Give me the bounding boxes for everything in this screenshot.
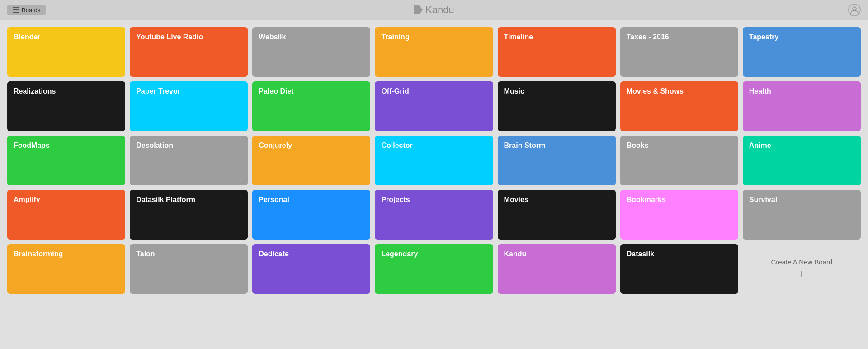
board-card-label: Datasilk: [627, 250, 654, 259]
board-card-label: Personal: [259, 195, 289, 205]
create-board-plus-icon: +: [798, 268, 805, 280]
board-card-label: Movies & Shows: [627, 87, 684, 96]
board-card[interactable]: Books: [620, 136, 738, 185]
board-card[interactable]: Health: [743, 81, 861, 131]
board-card-label: Conjurely: [259, 141, 292, 151]
board-card[interactable]: Youtube Live Radio: [130, 27, 248, 77]
board-card[interactable]: Movies & Shows: [620, 81, 738, 131]
board-card[interactable]: Movies: [498, 190, 616, 240]
create-board-label: Create A New Board: [771, 258, 832, 266]
board-card[interactable]: Survival: [743, 190, 861, 240]
board-card-label: Bookmarks: [627, 195, 666, 205]
board-card[interactable]: Websilk: [252, 27, 370, 77]
board-card[interactable]: Amplify: [7, 190, 125, 240]
board-card[interactable]: Dedicate: [252, 244, 370, 294]
board-card[interactable]: Kandu: [498, 244, 616, 294]
header-left: Boards: [7, 5, 46, 15]
board-card-label: Tapestry: [749, 33, 779, 42]
board-card-label: Off-Grid: [381, 87, 409, 96]
app-header: Boards Kandu: [0, 0, 868, 20]
board-card-label: Kandu: [504, 250, 527, 259]
board-card-label: Books: [627, 141, 649, 151]
board-card[interactable]: FoodMaps: [7, 136, 125, 185]
board-card-label: Blender: [14, 33, 41, 42]
board-card-label: Brain Storm: [504, 141, 546, 151]
board-card-label: Collector: [381, 141, 412, 151]
board-card[interactable]: Bookmarks: [620, 190, 738, 240]
board-card-label: Paper Trevor: [136, 87, 180, 96]
board-card-label: Desolation: [136, 141, 173, 151]
board-card-label: Music: [504, 87, 524, 96]
svg-point-0: [853, 7, 856, 10]
board-card[interactable]: Paper Trevor: [130, 81, 248, 131]
kandu-logo-icon: [414, 5, 423, 14]
board-card-label: Survival: [749, 195, 777, 205]
board-card[interactable]: Talon: [130, 244, 248, 294]
board-card[interactable]: Brainstorming: [7, 244, 125, 294]
board-card-label: Projects: [381, 195, 410, 205]
board-card-label: Movies: [504, 195, 528, 205]
hamburger-icon: [13, 7, 19, 13]
board-card[interactable]: Collector: [375, 136, 493, 185]
board-card[interactable]: Personal: [252, 190, 370, 240]
board-card-label: Datasilk Platform: [136, 195, 195, 205]
app-title-text: Kandu: [425, 4, 454, 16]
boards-label: Boards: [22, 7, 40, 14]
board-card-label: Training: [381, 33, 409, 42]
create-board-button[interactable]: Create A New Board+: [743, 244, 861, 294]
board-card-label: Brainstorming: [14, 250, 63, 259]
board-card-label: Amplify: [14, 195, 40, 205]
board-card-label: Websilk: [259, 33, 286, 42]
board-card[interactable]: Timeline: [498, 27, 616, 77]
board-card[interactable]: Brain Storm: [498, 136, 616, 185]
board-card[interactable]: Conjurely: [252, 136, 370, 185]
board-card[interactable]: Tapestry: [743, 27, 861, 77]
board-card-label: Anime: [749, 141, 771, 151]
app-title: Kandu: [414, 4, 454, 16]
board-card[interactable]: Realizations: [7, 81, 125, 131]
board-card[interactable]: Training: [375, 27, 493, 77]
board-card-label: Timeline: [504, 33, 533, 42]
board-card-label: Paleo Diet: [259, 87, 293, 96]
user-avatar[interactable]: [848, 4, 861, 16]
board-card-label: FoodMaps: [14, 141, 50, 151]
boards-grid: BlenderYoutube Live RadioWebsilkTraining…: [0, 20, 868, 301]
board-card-label: Health: [749, 87, 771, 96]
board-card[interactable]: Paleo Diet: [252, 81, 370, 131]
board-card-label: Youtube Live Radio: [136, 33, 203, 42]
board-card-label: Legendary: [381, 250, 418, 259]
board-card[interactable]: Blender: [7, 27, 125, 77]
board-card[interactable]: Desolation: [130, 136, 248, 185]
board-card[interactable]: Datasilk Platform: [130, 190, 248, 240]
board-card[interactable]: Taxes - 2016: [620, 27, 738, 77]
board-card[interactable]: Music: [498, 81, 616, 131]
board-card-label: Realizations: [14, 87, 56, 96]
board-card[interactable]: Datasilk: [620, 244, 738, 294]
board-card-label: Dedicate: [259, 250, 289, 259]
board-card[interactable]: Legendary: [375, 244, 493, 294]
board-card[interactable]: Off-Grid: [375, 81, 493, 131]
board-card-label: Talon: [136, 250, 155, 259]
board-card[interactable]: Anime: [743, 136, 861, 185]
board-card[interactable]: Projects: [375, 190, 493, 240]
board-card-label: Taxes - 2016: [627, 33, 669, 42]
boards-button[interactable]: Boards: [7, 5, 46, 15]
